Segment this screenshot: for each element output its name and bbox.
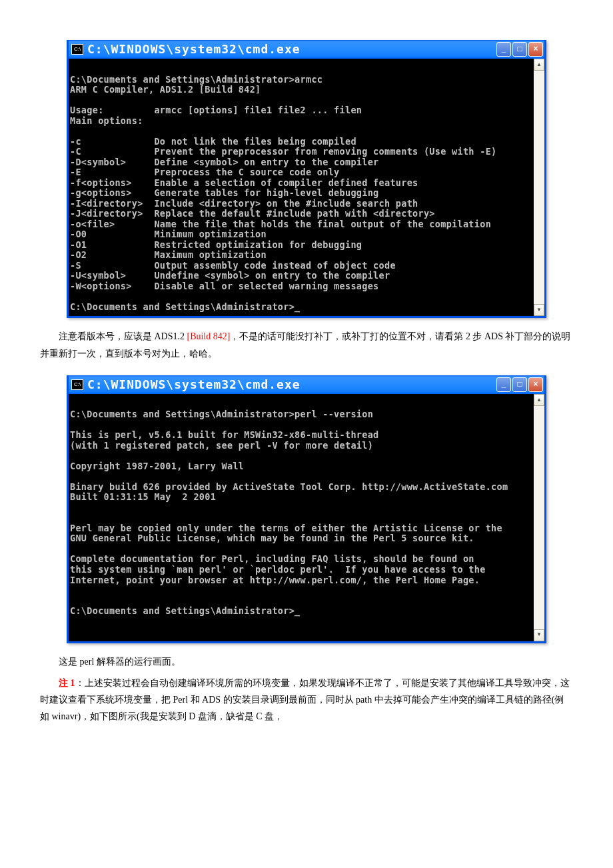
close-button[interactable]: × bbox=[528, 42, 543, 57]
scroll-up-button[interactable]: ▲ bbox=[534, 394, 544, 406]
minimize-button[interactable]: _ bbox=[496, 377, 511, 392]
note-label: 注 1 bbox=[59, 678, 75, 688]
paragraph-version-note: 注意看版本号，应该是 ADS1.2 [Build 842]，不是的话可能没打补丁… bbox=[40, 328, 573, 361]
titlebar[interactable]: C:\ C:\WINDOWS\system32\cmd.exe _ □ × bbox=[69, 375, 544, 394]
cmd-window-perl: C:\ C:\WINDOWS\system32\cmd.exe _ □ × C:… bbox=[67, 375, 546, 643]
window-control-buttons: _ □ × bbox=[496, 377, 543, 392]
window-control-buttons: _ □ × bbox=[496, 42, 543, 57]
minimize-button[interactable]: _ bbox=[496, 42, 511, 57]
scroll-track[interactable] bbox=[534, 406, 544, 629]
scroll-up-button[interactable]: ▲ bbox=[534, 59, 544, 71]
window-title: C:\WINDOWS\system32\cmd.exe bbox=[87, 374, 496, 395]
close-button[interactable]: × bbox=[528, 377, 543, 392]
cmd-window-armcc: C:\ C:\WINDOWS\system32\cmd.exe _ □ × C:… bbox=[67, 40, 546, 318]
window-title: C:\WINDOWS\system32\cmd.exe bbox=[87, 39, 496, 60]
scroll-down-button[interactable]: ▼ bbox=[534, 629, 544, 641]
build-highlight: [Build 842] bbox=[187, 331, 231, 341]
cmd-output[interactable]: C:\Documents and Settings\Administrator>… bbox=[69, 394, 534, 641]
text-fragment: 注意看版本号，应该是 ADS1.2 bbox=[59, 331, 187, 341]
cmd-body: C:\Documents and Settings\Administrator>… bbox=[69, 394, 544, 641]
maximize-button[interactable]: □ bbox=[512, 377, 527, 392]
text-fragment: ：上述安装过程会自动创建编译环境所需的环境变量，如果发现编译不正常了，可能是安装… bbox=[40, 678, 570, 721]
cmd-icon: C:\ bbox=[71, 44, 83, 55]
titlebar[interactable]: C:\ C:\WINDOWS\system32\cmd.exe _ □ × bbox=[69, 40, 544, 59]
vertical-scrollbar[interactable]: ▲ ▼ bbox=[534, 59, 544, 316]
scroll-track[interactable] bbox=[534, 71, 544, 304]
vertical-scrollbar[interactable]: ▲ ▼ bbox=[534, 394, 544, 641]
paragraph-note-1: 注 1：上述安装过程会自动创建编译环境所需的环境变量，如果发现编译不正常了，可能… bbox=[40, 675, 573, 725]
paragraph-perl-caption: 这是 perl 解释器的运行画面。 bbox=[40, 653, 573, 670]
cmd-body: C:\Documents and Settings\Administrator>… bbox=[69, 59, 544, 316]
scroll-down-button[interactable]: ▼ bbox=[534, 304, 544, 316]
cmd-output[interactable]: C:\Documents and Settings\Administrator>… bbox=[69, 59, 534, 316]
cmd-icon: C:\ bbox=[71, 379, 83, 390]
maximize-button[interactable]: □ bbox=[512, 42, 527, 57]
